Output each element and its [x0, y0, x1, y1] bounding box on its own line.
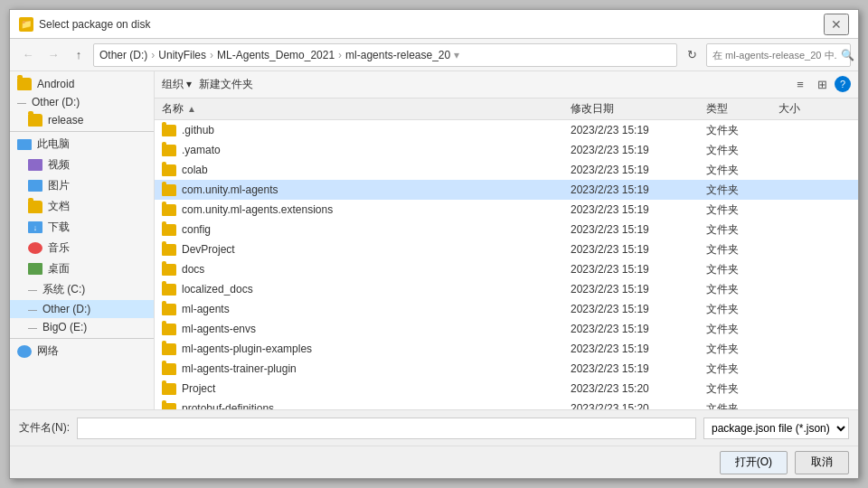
file-row-name: ml-agents [162, 303, 571, 315]
sort-arrow: ▲ [187, 104, 196, 114]
file-type: 文件夹 [706, 202, 778, 218]
file-row-name: Project [162, 382, 571, 395]
breadcrumb-mlagents-demo: ML-Agents_Demo_2021 [217, 49, 335, 61]
desktop-icon [28, 263, 42, 275]
file-toolbar: 组织 ▾ 新建文件夹 ≡ ⊞ ? [155, 71, 858, 99]
forward-button[interactable]: → [42, 44, 64, 66]
file-row-name: .github [162, 124, 571, 136]
close-button[interactable]: ✕ [824, 14, 849, 35]
sidebar-label-music: 音乐 [48, 240, 70, 256]
sidebar-item-desktop[interactable]: 桌面 [10, 258, 154, 279]
file-row[interactable]: localized_docs 2023/2/23 15:19 文件夹 [155, 279, 858, 299]
file-row-name: ml-agents-trainer-plugin [162, 362, 571, 375]
sidebar-label-other-d2: Other (D:) [42, 303, 90, 315]
back-button[interactable]: ← [17, 44, 39, 66]
sidebar-item-system-c[interactable]: — 系统 (C:) [10, 279, 154, 300]
file-row[interactable]: Project 2023/2/23 15:20 文件夹 [155, 379, 858, 399]
cancel-button[interactable]: 取消 [795, 451, 849, 474]
file-date: 2023/2/23 15:19 [571, 362, 706, 375]
sidebar-item-download[interactable]: ↓ 下载 [10, 217, 154, 238]
sidebar-item-bigo-e[interactable]: — BigO (E:) [10, 318, 154, 336]
search-bar[interactable]: 🔍 [706, 43, 851, 67]
refresh-button[interactable]: ↻ [681, 44, 703, 66]
search-input[interactable] [712, 50, 837, 61]
col-header-size[interactable]: 大小 [778, 101, 851, 117]
file-date: 2023/2/23 15:19 [571, 124, 706, 136]
sidebar-label-thispc: 此电脑 [37, 136, 70, 152]
file-row-name: com.unity.ml-agents.extensions [162, 203, 571, 216]
sidebar-item-video[interactable]: 视频 [10, 155, 154, 175]
picture-icon [28, 180, 42, 192]
sidebar-item-release[interactable]: release [10, 111, 154, 129]
file-type: 文件夹 [706, 401, 778, 410]
small-folder-icon [162, 403, 176, 410]
organize-button[interactable]: 组织 ▾ [162, 77, 192, 92]
col-header-date[interactable]: 修改日期 [571, 101, 706, 117]
dash-icon-c: — [28, 285, 37, 295]
file-row[interactable]: ml-agents-envs 2023/2/23 15:19 文件夹 [155, 319, 858, 339]
file-row[interactable]: com.unity.ml-agents.extensions 2023/2/23… [155, 200, 858, 220]
file-type: 文件夹 [706, 302, 778, 317]
file-type: 文件夹 [706, 322, 778, 337]
file-row[interactable]: DevProject 2023/2/23 15:19 文件夹 [155, 239, 858, 259]
file-date: 2023/2/23 15:20 [571, 402, 706, 409]
sidebar-item-picture[interactable]: 图片 [10, 175, 154, 196]
sidebar-item-android[interactable]: Android [10, 75, 154, 93]
file-name: Project [182, 382, 215, 395]
title-bar: 📁 Select package on disk ✕ [10, 10, 858, 39]
file-row[interactable]: com.unity.ml-agents 2023/2/23 15:19 文件夹 [155, 180, 858, 200]
view-split-button[interactable]: ⊞ [813, 76, 831, 94]
open-button[interactable]: 打开(O) [720, 451, 788, 474]
file-type: 文件夹 [706, 143, 778, 158]
file-type: 文件夹 [706, 163, 778, 178]
new-folder-button[interactable]: 新建文件夹 [199, 77, 253, 92]
dash-icon: — [17, 98, 26, 108]
sidebar-label-picture: 图片 [48, 178, 70, 193]
sidebar: Android — Other (D:) release 此电脑 视频 图片 [10, 71, 155, 409]
file-name: ml-agents [182, 303, 230, 315]
small-folder-icon [162, 264, 176, 276]
file-row-name: config [162, 223, 571, 236]
file-row-name: .yamato [162, 144, 571, 156]
file-date: 2023/2/23 15:19 [571, 323, 706, 335]
file-row[interactable]: .yamato 2023/2/23 15:19 文件夹 [155, 140, 858, 160]
sidebar-item-music[interactable]: 音乐 [10, 238, 154, 258]
file-row[interactable]: config 2023/2/23 15:19 文件夹 [155, 220, 858, 239]
file-row-name: ml-agents-plugin-examples [162, 343, 571, 355]
breadcrumb-unityfiles: UnityFiles [158, 49, 206, 61]
file-name: docs [182, 263, 204, 276]
sidebar-item-other-d[interactable]: — Other (D:) [10, 93, 154, 111]
col-header-name[interactable]: 名称 ▲ [162, 101, 571, 117]
file-type: 文件夹 [706, 242, 778, 258]
col-type-label: 类型 [706, 101, 728, 117]
small-folder-icon [162, 145, 176, 156]
file-row[interactable]: ml-agents-trainer-plugin 2023/2/23 15:19… [155, 359, 858, 379]
sidebar-item-document[interactable]: 文档 [10, 196, 154, 217]
file-name: ml-agents-trainer-plugin [182, 362, 297, 375]
filename-input[interactable] [77, 418, 696, 439]
sidebar-item-other-d2[interactable]: — Other (D:) [10, 300, 154, 318]
sidebar-divider-1 [10, 131, 154, 132]
file-row[interactable]: ml-agents 2023/2/23 15:19 文件夹 [155, 299, 858, 319]
small-folder-icon [162, 244, 176, 256]
file-row[interactable]: docs 2023/2/23 15:19 文件夹 [155, 259, 858, 279]
sidebar-item-thispc[interactable]: 此电脑 [10, 134, 154, 155]
file-row-name: protobuf-definitions [162, 402, 571, 409]
net-icon [17, 345, 32, 358]
sidebar-label-android: Android [37, 78, 74, 90]
download-icon: ↓ [28, 221, 42, 233]
view-list-button[interactable]: ≡ [791, 76, 809, 94]
breadcrumb[interactable]: Other (D:) › UnityFiles › ML-Agents_Demo… [93, 43, 677, 67]
file-row[interactable]: ml-agents-plugin-examples 2023/2/23 15:1… [155, 339, 858, 359]
sidebar-label-other-d: Other (D:) [32, 96, 80, 108]
up-button[interactable]: ↑ [68, 44, 90, 66]
sidebar-label-system-c: 系统 (C:) [42, 282, 85, 297]
sidebar-item-network[interactable]: 网络 [10, 341, 154, 361]
file-name: ml-agents-envs [182, 323, 256, 335]
col-header-type[interactable]: 类型 [706, 101, 778, 117]
file-row[interactable]: .github 2023/2/23 15:19 文件夹 [155, 120, 858, 140]
file-row[interactable]: protobuf-definitions 2023/2/23 15:20 文件夹 [155, 399, 858, 409]
help-button[interactable]: ? [835, 76, 851, 92]
filetype-select[interactable]: package.json file (*.json) All files (*.… [703, 418, 849, 439]
file-row[interactable]: colab 2023/2/23 15:19 文件夹 [155, 160, 858, 180]
